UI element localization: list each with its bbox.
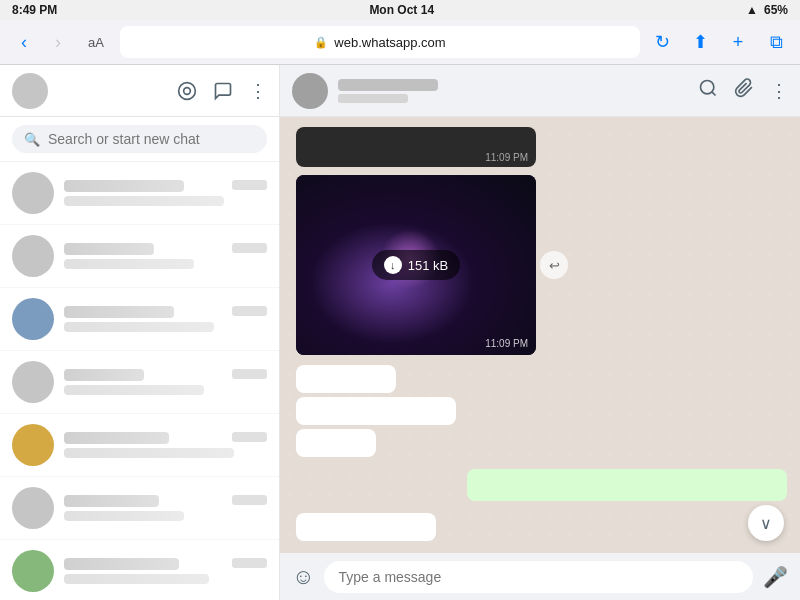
chat-name <box>64 180 184 192</box>
browser-toolbar: ‹ › aA 🔒 web.whatsapp.com ↻ ⬆ + ⧉ <box>0 20 800 64</box>
message-bubble-dark: 11:09 PM <box>296 127 536 167</box>
contact-name <box>338 79 438 91</box>
chat-info <box>64 306 267 332</box>
address-bar[interactable]: 🔒 web.whatsapp.com <box>120 26 640 58</box>
chat-time <box>232 495 267 505</box>
attach-button[interactable] <box>734 78 754 103</box>
chat-item[interactable] <box>0 162 279 225</box>
contact-avatar <box>292 73 328 109</box>
chat-name <box>64 306 174 318</box>
chevron-down-icon: ∨ <box>760 514 772 533</box>
contact-info <box>338 79 698 103</box>
tabs-button[interactable]: ⧉ <box>762 28 790 56</box>
chat-avatar <box>12 172 54 214</box>
chat-time <box>232 180 267 190</box>
chat-info <box>64 495 267 521</box>
menu-icon-btn[interactable]: ⋮ <box>249 80 267 102</box>
nav-buttons: ‹ › <box>10 28 72 56</box>
forward-button[interactable]: ↩ <box>540 251 568 279</box>
new-chat-icon-btn[interactable] <box>213 80 233 102</box>
chat-time <box>232 369 267 379</box>
chat-avatar <box>12 235 54 277</box>
download-icon: ↓ <box>384 256 402 274</box>
search-chat-button[interactable] <box>698 78 718 103</box>
incoming-messages-2 <box>296 513 436 541</box>
chat-preview <box>64 259 194 269</box>
chat-avatar <box>12 298 54 340</box>
media-message: ↓ 151 kB 11:09 PM ↩ <box>296 175 536 355</box>
media-bubble[interactable]: ↓ 151 kB 11:09 PM <box>296 175 536 355</box>
chat-name <box>64 432 169 444</box>
svg-point-0 <box>179 82 196 99</box>
chat-item[interactable] <box>0 225 279 288</box>
chat-item[interactable] <box>0 288 279 351</box>
message-input-bar: ☺ 🎤 <box>280 553 800 600</box>
url-text: web.whatsapp.com <box>334 35 445 50</box>
svg-point-1 <box>184 87 191 94</box>
chat-avatar <box>12 361 54 403</box>
chat-preview <box>64 385 204 395</box>
media-time: 11:09 PM <box>485 338 528 349</box>
chat-info <box>64 432 267 458</box>
chat-info <box>64 369 267 395</box>
chat-preview <box>64 322 214 332</box>
chat-time <box>232 243 267 253</box>
chat-avatar <box>12 424 54 466</box>
browser-chrome: ‹ › aA 🔒 web.whatsapp.com ↻ ⬆ + ⧉ <box>0 20 800 65</box>
status-bar: 8:49 PM Mon Oct 14 ▲ 65% <box>0 0 800 20</box>
messages-area[interactable]: 11:09 PM ↓ 151 kB 11:09 PM ↩ <box>280 117 800 553</box>
mic-button[interactable]: 🎤 <box>763 565 788 589</box>
chat-list <box>0 162 279 600</box>
chat-avatar <box>12 487 54 529</box>
message-incoming: 11:09 PM <box>296 127 536 167</box>
chat-item[interactable] <box>0 414 279 477</box>
chat-name <box>64 495 159 507</box>
chat-info <box>64 558 267 584</box>
reader-mode-button[interactable]: aA <box>80 28 112 56</box>
message-time: 11:09 PM <box>485 152 528 163</box>
app-container: ⋮ 🔍 <box>0 65 800 600</box>
download-size: 151 kB <box>408 258 448 273</box>
chat-name <box>64 558 179 570</box>
svg-line-3 <box>712 92 716 96</box>
emoji-button[interactable]: ☺ <box>292 564 314 590</box>
forward-button[interactable]: › <box>44 28 72 56</box>
incoming-messages <box>296 365 456 457</box>
chat-item[interactable] <box>0 477 279 540</box>
battery-level: 65% <box>764 3 788 17</box>
add-tab-button[interactable]: + <box>724 28 752 56</box>
chat-menu-button[interactable]: ⋮ <box>770 78 788 103</box>
scroll-bottom-button[interactable]: ∨ <box>748 505 784 541</box>
status-icon-btn[interactable] <box>177 80 197 102</box>
chat-item[interactable] <box>0 540 279 600</box>
status-day: Mon Oct 14 <box>369 3 434 17</box>
search-input-wrapper: 🔍 <box>12 125 267 153</box>
blur-message <box>296 365 396 393</box>
chat-time <box>232 306 267 316</box>
chat-preview <box>64 196 224 206</box>
chat-header: ⋮ <box>280 65 800 117</box>
chat-time <box>232 558 267 568</box>
chat-time <box>232 432 267 442</box>
wifi-icon: ▲ <box>746 3 758 17</box>
chat-name <box>64 243 154 255</box>
chat-preview <box>64 448 234 458</box>
blur-message <box>296 397 456 425</box>
chat-header-icons: ⋮ <box>698 78 788 103</box>
user-avatar[interactable] <box>12 73 48 109</box>
share-button[interactable]: ⬆ <box>686 28 714 56</box>
download-badge[interactable]: ↓ 151 kB <box>372 250 460 280</box>
chat-item[interactable] <box>0 351 279 414</box>
back-button[interactable]: ‹ <box>10 28 38 56</box>
message-input[interactable] <box>324 561 753 593</box>
sidebar-header-icons: ⋮ <box>177 80 267 102</box>
status-time: 8:49 PM <box>12 3 57 17</box>
blur-message <box>467 469 787 501</box>
search-bar: 🔍 <box>0 117 279 162</box>
chat-name <box>64 369 144 381</box>
contact-status <box>338 94 408 103</box>
blur-message <box>296 429 376 457</box>
reload-button[interactable]: ↻ <box>648 28 676 56</box>
sidebar-header: ⋮ <box>0 65 279 117</box>
search-input[interactable] <box>48 131 255 147</box>
